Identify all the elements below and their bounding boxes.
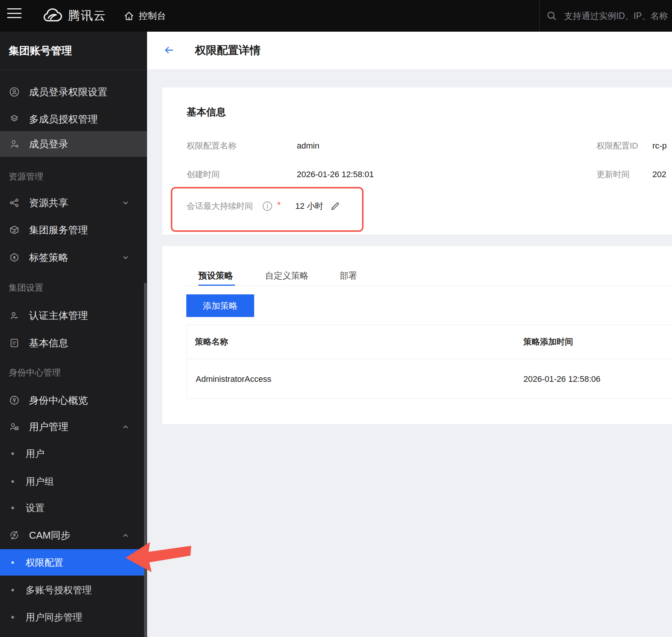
person-icon <box>9 310 20 321</box>
sync-key-icon <box>9 530 20 541</box>
sidebar-subitem-user-groups[interactable]: • 用户组 <box>0 472 144 490</box>
policy-name-cell: AdministratorAccess <box>196 374 272 384</box>
policy-table-header: 策略名称 策略添加时间 <box>187 325 672 359</box>
sidebar-scrollbar[interactable] <box>144 283 147 637</box>
policy-added-time-cell: 2026-01-26 12:58:06 <box>523 374 600 384</box>
name-value: admin <box>297 141 319 151</box>
id-label: 权限配置ID <box>597 140 638 152</box>
basic-info-card: 基本信息 权限配置名称 admin 权限配置ID rc-p 创建时间 2026-… <box>162 87 672 234</box>
bullet-icon: • <box>11 581 14 599</box>
policy-card: 预设策略 自定义策略 部署 添加策略 策略名称 策略添加时间 Administr… <box>162 246 672 424</box>
bullet-icon: • <box>11 472 14 490</box>
sidebar-item-basic-info[interactable]: 基本信息 <box>0 334 144 352</box>
search-placeholder: 支持通过实例ID、IP、名称 <box>564 10 668 22</box>
sidebar-subitem-permission-config[interactable]: • 权限配置 <box>0 549 144 576</box>
bullet-icon: • <box>11 444 14 462</box>
member-permission-icon <box>9 86 20 98</box>
sidebar-item-member-login[interactable]: 成员登录 <box>0 131 147 157</box>
session-label: 会话最大持续时间 <box>187 201 253 212</box>
tab-preset-policy[interactable]: 预设策略 <box>198 266 233 285</box>
service-box-icon <box>9 224 20 236</box>
policy-table: 策略名称 策略添加时间 AdministratorAccess 2026-01-… <box>187 325 672 399</box>
home-icon <box>123 10 135 22</box>
login-icon <box>9 138 20 150</box>
chevron-up-icon <box>122 423 129 430</box>
sidebar-item-multi-member-auth-management[interactable]: 多成员授权管理 <box>0 110 144 128</box>
sidebar-item-auth-subject-management[interactable]: 认证主体管理 <box>0 306 144 325</box>
brand-name: 腾讯云 <box>68 8 106 24</box>
top-navigation-bar: 腾讯云 控制台 支持通过实例ID、IP、名称 <box>0 0 672 32</box>
cloud-logo-icon <box>42 8 63 24</box>
edit-pencil-icon[interactable] <box>330 201 341 211</box>
tag-hexagon-icon <box>9 252 20 263</box>
tencent-cloud-logo[interactable]: 腾讯云 <box>42 0 106 32</box>
sidebar-item-group-service-management[interactable]: 集团服务管理 <box>0 221 144 239</box>
name-label: 权限配置名称 <box>187 140 236 152</box>
bullet-icon: • <box>11 499 14 517</box>
required-asterisk: * <box>277 200 281 210</box>
console-label: 控制台 <box>139 10 166 22</box>
sidebar-subitem-multi-account-auth-management[interactable]: • 多账号授权管理 <box>0 581 144 599</box>
console-link[interactable]: 控制台 <box>123 0 166 32</box>
sidebar-item-member-login-permission-settings[interactable]: 成员登录权限设置 <box>0 83 144 101</box>
back-button[interactable] <box>163 44 175 56</box>
sidebar-title: 集团账号管理 <box>0 32 147 70</box>
sidebar-section-resource-management: 资源管理 <box>9 167 43 185</box>
sidebar-section-identity-center-management: 身份中心管理 <box>9 363 61 381</box>
sidebar-item-cam-sync[interactable]: CAM同步 <box>0 526 144 544</box>
chevron-down-icon <box>122 254 129 261</box>
tab-deployment[interactable]: 部署 <box>340 266 357 285</box>
share-icon <box>9 197 20 208</box>
sidebar-item-user-management[interactable]: 用户管理 <box>0 418 144 436</box>
sidebar-item-tag-policy[interactable]: 标签策略 <box>0 248 144 266</box>
sidebar-navigation: 集团账号管理 成员登录权限设置 多成员授权管理 成员登录 资源管理 资源共享 集… <box>0 32 147 637</box>
created-value: 2026-01-26 12:58:01 <box>297 170 374 179</box>
user-card-icon <box>9 421 20 432</box>
policy-table-row[interactable]: AdministratorAccess 2026-01-26 12:58:06 <box>187 359 672 399</box>
document-icon <box>9 337 20 349</box>
bullet-icon: • <box>11 608 14 626</box>
session-value: 12 小时 <box>295 201 324 212</box>
basic-info-title: 基本信息 <box>187 106 226 119</box>
sidebar-subitem-users[interactable]: • 用户 <box>0 444 144 462</box>
updated-label: 更新时间 <box>597 169 630 180</box>
topbar-divider <box>539 0 540 32</box>
sidebar-subitem-settings[interactable]: • 设置 <box>0 499 144 517</box>
info-icon[interactable] <box>262 201 273 211</box>
search-icon <box>546 10 557 21</box>
sidebar-item-resource-sharing[interactable]: 资源共享 <box>0 194 144 212</box>
created-label: 创建时间 <box>187 169 220 180</box>
chevron-down-icon <box>122 199 129 207</box>
layers-icon <box>9 113 20 125</box>
chevron-up-icon <box>122 531 129 539</box>
tab-separator <box>186 286 672 286</box>
sidebar-section-group-settings: 集团设置 <box>9 279 43 297</box>
updated-value: 202 <box>652 170 666 179</box>
page-title: 权限配置详情 <box>195 32 261 69</box>
add-policy-button[interactable]: 添加策略 <box>186 294 254 317</box>
globe-keyhole-icon <box>9 395 20 406</box>
policy-added-time-header: 策略添加时间 <box>523 336 573 348</box>
tab-custom-policy[interactable]: 自定义策略 <box>265 266 308 285</box>
bullet-icon: • <box>11 553 14 571</box>
hamburger-menu-icon[interactable] <box>7 8 21 18</box>
id-value: rc-p <box>652 141 667 151</box>
policy-name-header: 策略名称 <box>195 336 228 348</box>
sidebar-subitem-user-sync-management[interactable]: • 用户同步管理 <box>0 608 144 626</box>
global-search-input[interactable]: 支持通过实例ID、IP、名称 <box>546 0 672 32</box>
sidebar-item-identity-center-overview[interactable]: 身份中心概览 <box>0 391 144 409</box>
